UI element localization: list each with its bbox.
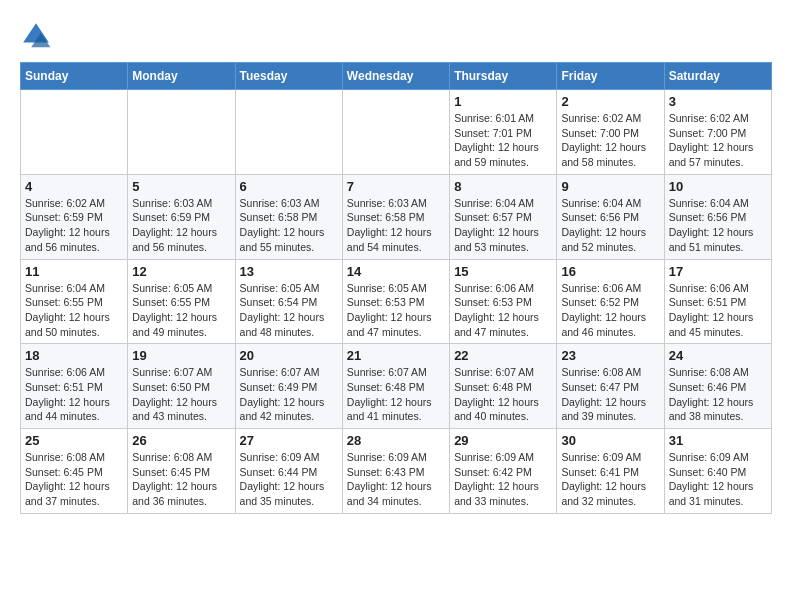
day-number: 11 <box>25 264 123 279</box>
day-info: Sunrise: 6:02 AM Sunset: 7:00 PM Dayligh… <box>561 111 659 170</box>
weekday-header-row: SundayMondayTuesdayWednesdayThursdayFrid… <box>21 63 772 90</box>
day-info: Sunrise: 6:03 AM Sunset: 6:58 PM Dayligh… <box>347 196 445 255</box>
day-info: Sunrise: 6:07 AM Sunset: 6:50 PM Dayligh… <box>132 365 230 424</box>
day-number: 2 <box>561 94 659 109</box>
day-info: Sunrise: 6:08 AM Sunset: 6:46 PM Dayligh… <box>669 365 767 424</box>
day-info: Sunrise: 6:08 AM Sunset: 6:45 PM Dayligh… <box>25 450 123 509</box>
day-number: 31 <box>669 433 767 448</box>
week-row-5: 25Sunrise: 6:08 AM Sunset: 6:45 PM Dayli… <box>21 429 772 514</box>
day-cell: 24Sunrise: 6:08 AM Sunset: 6:46 PM Dayli… <box>664 344 771 429</box>
day-cell: 30Sunrise: 6:09 AM Sunset: 6:41 PM Dayli… <box>557 429 664 514</box>
day-number: 5 <box>132 179 230 194</box>
day-cell: 26Sunrise: 6:08 AM Sunset: 6:45 PM Dayli… <box>128 429 235 514</box>
day-number: 23 <box>561 348 659 363</box>
day-number: 8 <box>454 179 552 194</box>
day-info: Sunrise: 6:03 AM Sunset: 6:58 PM Dayligh… <box>240 196 338 255</box>
day-number: 9 <box>561 179 659 194</box>
day-info: Sunrise: 6:08 AM Sunset: 6:45 PM Dayligh… <box>132 450 230 509</box>
day-info: Sunrise: 6:05 AM Sunset: 6:53 PM Dayligh… <box>347 281 445 340</box>
day-number: 30 <box>561 433 659 448</box>
day-cell: 12Sunrise: 6:05 AM Sunset: 6:55 PM Dayli… <box>128 259 235 344</box>
day-cell: 23Sunrise: 6:08 AM Sunset: 6:47 PM Dayli… <box>557 344 664 429</box>
week-row-1: 1Sunrise: 6:01 AM Sunset: 7:01 PM Daylig… <box>21 90 772 175</box>
day-info: Sunrise: 6:05 AM Sunset: 6:55 PM Dayligh… <box>132 281 230 340</box>
day-info: Sunrise: 6:04 AM Sunset: 6:56 PM Dayligh… <box>669 196 767 255</box>
day-info: Sunrise: 6:04 AM Sunset: 6:57 PM Dayligh… <box>454 196 552 255</box>
day-number: 6 <box>240 179 338 194</box>
day-number: 14 <box>347 264 445 279</box>
day-cell: 25Sunrise: 6:08 AM Sunset: 6:45 PM Dayli… <box>21 429 128 514</box>
day-cell: 4Sunrise: 6:02 AM Sunset: 6:59 PM Daylig… <box>21 174 128 259</box>
logo <box>20 20 56 52</box>
day-info: Sunrise: 6:07 AM Sunset: 6:49 PM Dayligh… <box>240 365 338 424</box>
day-info: Sunrise: 6:09 AM Sunset: 6:44 PM Dayligh… <box>240 450 338 509</box>
day-number: 21 <box>347 348 445 363</box>
day-info: Sunrise: 6:04 AM Sunset: 6:55 PM Dayligh… <box>25 281 123 340</box>
day-info: Sunrise: 6:01 AM Sunset: 7:01 PM Dayligh… <box>454 111 552 170</box>
logo-icon <box>20 20 52 52</box>
day-info: Sunrise: 6:06 AM Sunset: 6:51 PM Dayligh… <box>25 365 123 424</box>
day-cell: 27Sunrise: 6:09 AM Sunset: 6:44 PM Dayli… <box>235 429 342 514</box>
day-number: 22 <box>454 348 552 363</box>
day-number: 4 <box>25 179 123 194</box>
day-info: Sunrise: 6:09 AM Sunset: 6:40 PM Dayligh… <box>669 450 767 509</box>
day-cell: 20Sunrise: 6:07 AM Sunset: 6:49 PM Dayli… <box>235 344 342 429</box>
weekday-header-thursday: Thursday <box>450 63 557 90</box>
day-number: 19 <box>132 348 230 363</box>
day-number: 29 <box>454 433 552 448</box>
day-number: 13 <box>240 264 338 279</box>
day-cell: 13Sunrise: 6:05 AM Sunset: 6:54 PM Dayli… <box>235 259 342 344</box>
day-cell: 18Sunrise: 6:06 AM Sunset: 6:51 PM Dayli… <box>21 344 128 429</box>
header <box>20 20 772 52</box>
day-cell: 31Sunrise: 6:09 AM Sunset: 6:40 PM Dayli… <box>664 429 771 514</box>
day-number: 24 <box>669 348 767 363</box>
day-number: 16 <box>561 264 659 279</box>
day-info: Sunrise: 6:09 AM Sunset: 6:43 PM Dayligh… <box>347 450 445 509</box>
day-cell: 1Sunrise: 6:01 AM Sunset: 7:01 PM Daylig… <box>450 90 557 175</box>
day-number: 17 <box>669 264 767 279</box>
day-number: 28 <box>347 433 445 448</box>
day-cell <box>128 90 235 175</box>
day-number: 12 <box>132 264 230 279</box>
calendar: SundayMondayTuesdayWednesdayThursdayFrid… <box>20 62 772 514</box>
day-info: Sunrise: 6:08 AM Sunset: 6:47 PM Dayligh… <box>561 365 659 424</box>
day-info: Sunrise: 6:07 AM Sunset: 6:48 PM Dayligh… <box>454 365 552 424</box>
day-cell: 9Sunrise: 6:04 AM Sunset: 6:56 PM Daylig… <box>557 174 664 259</box>
day-number: 27 <box>240 433 338 448</box>
weekday-header-friday: Friday <box>557 63 664 90</box>
day-cell <box>21 90 128 175</box>
day-number: 25 <box>25 433 123 448</box>
day-info: Sunrise: 6:04 AM Sunset: 6:56 PM Dayligh… <box>561 196 659 255</box>
day-cell: 28Sunrise: 6:09 AM Sunset: 6:43 PM Dayli… <box>342 429 449 514</box>
day-cell: 19Sunrise: 6:07 AM Sunset: 6:50 PM Dayli… <box>128 344 235 429</box>
day-cell: 17Sunrise: 6:06 AM Sunset: 6:51 PM Dayli… <box>664 259 771 344</box>
weekday-header-saturday: Saturday <box>664 63 771 90</box>
day-cell: 22Sunrise: 6:07 AM Sunset: 6:48 PM Dayli… <box>450 344 557 429</box>
day-cell: 15Sunrise: 6:06 AM Sunset: 6:53 PM Dayli… <box>450 259 557 344</box>
day-cell: 14Sunrise: 6:05 AM Sunset: 6:53 PM Dayli… <box>342 259 449 344</box>
weekday-header-monday: Monday <box>128 63 235 90</box>
day-info: Sunrise: 6:09 AM Sunset: 6:42 PM Dayligh… <box>454 450 552 509</box>
weekday-header-sunday: Sunday <box>21 63 128 90</box>
week-row-4: 18Sunrise: 6:06 AM Sunset: 6:51 PM Dayli… <box>21 344 772 429</box>
weekday-header-tuesday: Tuesday <box>235 63 342 90</box>
day-number: 20 <box>240 348 338 363</box>
day-cell: 8Sunrise: 6:04 AM Sunset: 6:57 PM Daylig… <box>450 174 557 259</box>
day-info: Sunrise: 6:07 AM Sunset: 6:48 PM Dayligh… <box>347 365 445 424</box>
day-number: 18 <box>25 348 123 363</box>
day-info: Sunrise: 6:02 AM Sunset: 6:59 PM Dayligh… <box>25 196 123 255</box>
week-row-2: 4Sunrise: 6:02 AM Sunset: 6:59 PM Daylig… <box>21 174 772 259</box>
day-cell: 29Sunrise: 6:09 AM Sunset: 6:42 PM Dayli… <box>450 429 557 514</box>
day-cell: 11Sunrise: 6:04 AM Sunset: 6:55 PM Dayli… <box>21 259 128 344</box>
day-number: 7 <box>347 179 445 194</box>
day-number: 10 <box>669 179 767 194</box>
day-cell: 21Sunrise: 6:07 AM Sunset: 6:48 PM Dayli… <box>342 344 449 429</box>
day-info: Sunrise: 6:06 AM Sunset: 6:51 PM Dayligh… <box>669 281 767 340</box>
day-cell: 10Sunrise: 6:04 AM Sunset: 6:56 PM Dayli… <box>664 174 771 259</box>
day-number: 26 <box>132 433 230 448</box>
day-cell: 7Sunrise: 6:03 AM Sunset: 6:58 PM Daylig… <box>342 174 449 259</box>
day-info: Sunrise: 6:06 AM Sunset: 6:53 PM Dayligh… <box>454 281 552 340</box>
day-number: 15 <box>454 264 552 279</box>
day-cell: 6Sunrise: 6:03 AM Sunset: 6:58 PM Daylig… <box>235 174 342 259</box>
day-number: 1 <box>454 94 552 109</box>
